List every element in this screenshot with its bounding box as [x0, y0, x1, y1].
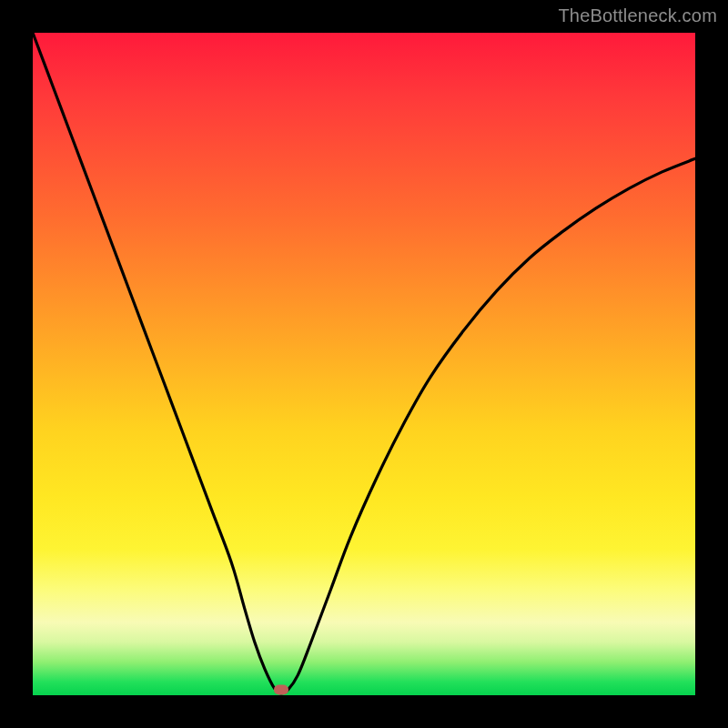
plot-area [33, 33, 695, 695]
watermark-text: TheBottleneck.com [558, 5, 717, 26]
minimum-marker [274, 685, 288, 695]
bottleneck-curve [33, 33, 695, 695]
chart-frame: TheBottleneck.com [0, 0, 728, 728]
